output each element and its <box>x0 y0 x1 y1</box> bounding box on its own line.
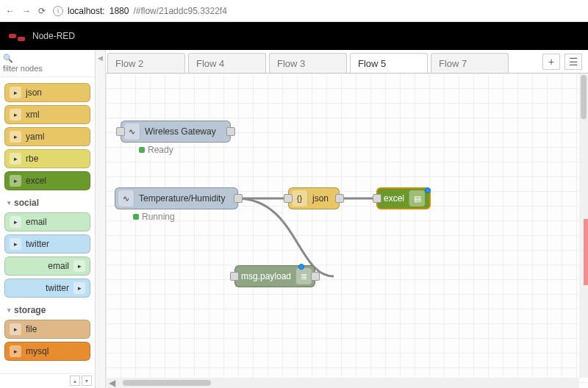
changed-dot-icon <box>298 264 304 270</box>
search-icon: 🔍 <box>3 54 13 62</box>
info-icon[interactable]: i <box>53 6 63 16</box>
node-label: msg.payload <box>241 271 291 281</box>
node-temperature-humidity[interactable]: ∿ Temperature/Humidity Running <box>115 187 238 209</box>
node-type-icon: ▸ <box>10 131 21 143</box>
palette-node-label: file <box>26 324 37 334</box>
palette-node-email[interactable]: ▸email <box>4 256 90 276</box>
list-tabs-button[interactable]: ☰ <box>564 54 582 70</box>
palette-list[interactable]: ▸json▸xml▸yaml▸rbe▸excel social ▸email▸t… <box>0 77 95 373</box>
horizontal-scrollbar[interactable]: ◀ <box>106 378 579 388</box>
node-excel[interactable]: excel ▤ <box>376 187 431 209</box>
palette-node-label: rbe <box>26 154 38 164</box>
tab-flow-7[interactable]: Flow 7 <box>431 53 509 73</box>
palette-node-file[interactable]: ▸file <box>4 320 90 339</box>
node-type-icon: ▸ <box>10 175 21 187</box>
node-type-icon: ▸ <box>10 109 21 121</box>
status-text: Running <box>142 212 175 222</box>
url-port: 1880 <box>110 6 129 16</box>
wave-icon: ∿ <box>118 190 135 206</box>
palette-footer: ▴ ▾ <box>0 373 95 388</box>
palette-node-json[interactable]: ▸json <box>4 83 90 102</box>
add-tab-button[interactable]: + <box>542 54 560 70</box>
wave-icon: ∿ <box>124 123 140 140</box>
node-label: Wireless Gateway <box>145 126 216 137</box>
tab-bar: Flow 2Flow 4Flow 3Flow 5Flow 7 + ☰ <box>106 50 588 73</box>
palette-node-mysql[interactable]: ▸mysql <box>4 342 90 361</box>
port-in[interactable] <box>373 194 381 203</box>
port-in[interactable] <box>230 272 239 281</box>
reload-icon[interactable]: ⟳ <box>38 6 46 16</box>
palette-node-yaml[interactable]: ▸yaml <box>4 127 90 146</box>
editor-area: Flow 2Flow 4Flow 3Flow 5Flow 7 + ☰ ∿ Wir… <box>106 50 588 388</box>
filter-input[interactable] <box>3 64 92 73</box>
url-host: localhost: <box>68 6 105 16</box>
palette-sidebar: 🔍 ▸json▸xml▸yaml▸rbe▸excel social ▸email… <box>0 50 96 388</box>
sidebar-collapse-button[interactable]: ◀ <box>96 50 106 388</box>
node-json[interactable]: {} json <box>288 187 340 209</box>
logo-icon <box>9 34 25 38</box>
node-type-icon: ▸ <box>74 282 85 294</box>
node-type-icon: ▸ <box>10 216 21 228</box>
tab-flow-4[interactable]: Flow 4 <box>188 53 266 73</box>
palette-node-email[interactable]: ▸email <box>4 212 90 231</box>
port-in[interactable] <box>116 127 125 136</box>
browser-toolbar: ← → ⟳ i localhost:1880/#flow/21addc95.33… <box>0 0 588 22</box>
deploy-indicator <box>584 219 588 285</box>
address-bar[interactable]: i localhost:1880/#flow/21addc95.3322f4 <box>53 6 227 16</box>
app-title: Node-RED <box>32 31 75 41</box>
palette-node-label: mysql <box>26 346 49 356</box>
palette-node-label: email <box>26 217 47 227</box>
url-path: /#flow/21addc95.3322f4 <box>133 6 226 16</box>
file-icon: ▤ <box>409 190 425 206</box>
port-in[interactable] <box>284 194 293 203</box>
forward-icon[interactable]: → <box>22 6 31 16</box>
palette-category-social[interactable]: social <box>4 193 90 209</box>
app-header: Node-RED <box>0 22 588 50</box>
node-type-icon: ▸ <box>10 87 21 98</box>
palette-node-excel[interactable]: ▸excel <box>4 171 90 190</box>
category-label: social <box>14 198 39 208</box>
port-out[interactable] <box>234 194 243 203</box>
tab-flow-3[interactable]: Flow 3 <box>269 53 347 73</box>
category-label: storage <box>14 305 46 315</box>
node-type-icon: ▸ <box>74 260 85 272</box>
palette-node-label: json <box>26 87 42 98</box>
palette-node-xml[interactable]: ▸xml <box>4 105 90 124</box>
palette-node-label: excel <box>26 176 46 186</box>
collapse-down-icon[interactable]: ▾ <box>82 376 92 386</box>
node-label: json <box>312 193 329 204</box>
port-out[interactable] <box>226 127 235 136</box>
node-label: Temperature/Humidity <box>139 193 225 204</box>
palette-node-twitter[interactable]: ▸twitter <box>4 234 90 254</box>
status-dot-icon <box>133 214 139 220</box>
changed-dot-icon <box>425 187 431 193</box>
filter-box: 🔍 <box>0 50 95 77</box>
tab-flow-5[interactable]: Flow 5 <box>350 53 428 73</box>
palette-node-label: twitter <box>26 239 49 249</box>
node-type-icon: ▸ <box>10 238 21 250</box>
port-out[interactable] <box>335 194 344 203</box>
palette-category-storage[interactable]: storage <box>4 301 90 317</box>
port-out[interactable] <box>311 272 320 281</box>
back-icon[interactable]: ← <box>6 6 15 16</box>
status-text: Ready <box>148 145 173 155</box>
tab-flow-2[interactable]: Flow 2 <box>107 53 185 73</box>
palette-node-rbe[interactable]: ▸rbe <box>4 149 90 168</box>
node-debug[interactable]: msg.payload ≣ <box>234 265 315 287</box>
collapse-up-icon[interactable]: ▴ <box>70 376 80 386</box>
debug-icon: ≣ <box>295 268 312 284</box>
node-type-icon: ▸ <box>10 323 21 335</box>
palette-node-twitter[interactable]: ▸twitter <box>4 279 90 298</box>
palette-node-label: yaml <box>26 132 44 142</box>
node-wireless-gateway[interactable]: ∿ Wireless Gateway Ready <box>121 121 231 143</box>
palette-node-label: email <box>48 261 69 271</box>
flow-canvas[interactable]: ∿ Wireless Gateway Ready ∿ Temperature/H… <box>106 73 588 388</box>
node-type-icon: ▸ <box>10 153 21 165</box>
palette-node-label: xml <box>26 109 40 120</box>
status-dot-icon <box>139 147 145 153</box>
node-type-icon: ▸ <box>10 345 21 357</box>
node-label: excel <box>384 193 404 204</box>
palette-node-label: twitter <box>46 283 69 293</box>
json-icon: {} <box>292 190 308 206</box>
